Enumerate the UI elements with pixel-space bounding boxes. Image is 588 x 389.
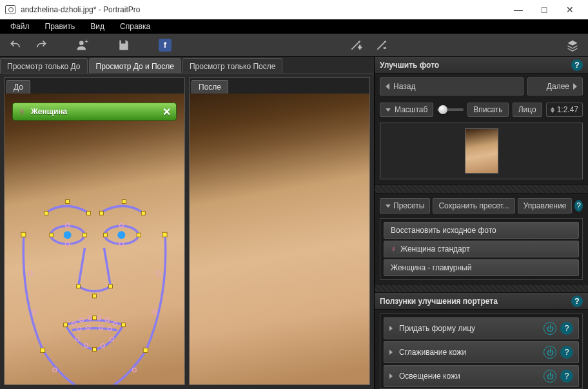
svg-text:-: - [384,44,386,51]
fit-button[interactable]: Вписать [467,103,508,117]
minimize-button[interactable]: — [505,0,531,19]
svg-point-0 [79,41,84,45]
svg-rect-12 [66,199,70,203]
after-label: После [191,80,228,94]
female-icon: ♀ [391,244,397,254]
save-button[interactable] [115,36,133,54]
slider-label: Придать форму лицу [399,324,544,333]
face-button[interactable]: Лицо [513,103,542,117]
zoom-slider-thumb[interactable] [438,105,447,114]
svg-rect-22 [108,284,112,288]
slider-skin-smoothing[interactable]: Сглаживание кожи ⏻ ? [384,341,579,363]
svg-text:+: + [358,44,362,51]
presets-label: Пресеты [393,201,424,210]
main-toolbar: + f + - [0,34,588,57]
brush-plus-button[interactable]: + [347,36,365,54]
sliders-help-icon[interactable]: ? [571,295,583,307]
zoom-step-down[interactable] [551,110,554,113]
face-thumbnail[interactable] [465,128,498,174]
before-image-canvas[interactable]: ♀ Женщина ✕ [5,94,184,384]
tab-before-only[interactable]: Просмотр только До [0,58,88,73]
chevron-down-icon [386,108,391,112]
svg-rect-26 [93,316,97,320]
save-preset-button[interactable]: Сохранить пресет... [433,198,514,214]
expand-icon [389,374,393,379]
svg-point-53 [117,231,125,239]
brush-minus-button[interactable]: - [373,36,391,54]
tab-before-after[interactable]: Просмотр До и После [89,58,181,73]
svg-rect-8 [41,348,45,353]
svg-rect-24 [64,323,68,327]
zoom-label: Масштаб [395,105,427,114]
svg-rect-13 [87,211,91,215]
thumbnail-strip [380,123,583,179]
slider-skin-lighting[interactable]: Освещение кожи ⏻ ? [384,365,579,387]
maximize-button[interactable]: □ [531,0,557,19]
facebook-button[interactable]: f [156,36,174,54]
window-title: andzhelina-dzholi.jpg* - PortraitPro [21,5,505,14]
expand-icon [389,326,393,331]
workspace-panel: Просмотр только До Просмотр До и После П… [0,57,374,389]
menu-file[interactable]: Файл [4,20,36,33]
svg-rect-16 [141,211,145,215]
arrow-left-icon [386,83,389,90]
svg-point-52 [64,231,72,239]
preset-std-label: Женщина стандарт [400,244,470,254]
zoom-slider[interactable] [437,108,464,111]
power-toggle[interactable]: ⏻ [544,346,556,359]
expand-icon [389,350,393,355]
resize-divider[interactable] [375,284,588,293]
power-toggle[interactable]: ⏻ [544,370,556,383]
zoom-dropdown[interactable]: Масштаб [380,103,433,117]
zoom-value-stepper[interactable]: 1:2.47 [546,103,583,117]
next-button[interactable]: Далее [527,77,583,95]
slider-face-shape[interactable]: Придать форму лицу ⏻ ? [384,317,579,339]
back-button[interactable]: Назад [380,77,524,95]
menu-edit[interactable]: Править [39,20,82,33]
add-person-button[interactable]: + [74,36,92,54]
preset-female-glamour[interactable]: Женщина - гламурный [384,259,579,276]
presets-dropdown[interactable]: Пресеты [380,198,430,214]
zoom-step-up[interactable] [551,107,554,110]
enhance-help-icon[interactable]: ? [571,59,583,71]
undo-button[interactable] [6,36,24,54]
help-icon[interactable]: ? [560,370,573,383]
svg-point-48 [53,368,57,372]
menu-view[interactable]: Вид [84,20,111,33]
view-tabs: Просмотр только До Просмотр До и После П… [0,57,374,74]
tab-after-only[interactable]: Просмотр только После [182,58,283,73]
layers-button[interactable] [564,36,582,54]
preset-female-standard[interactable]: ♀Женщина стандарт [384,241,579,257]
svg-rect-9 [143,348,148,353]
svg-rect-25 [121,323,125,327]
redo-button[interactable] [32,36,50,54]
presets-help-icon[interactable]: ? [574,200,583,212]
resize-divider[interactable] [375,185,588,194]
before-label: До [6,80,30,94]
svg-rect-15 [122,199,126,203]
close-button[interactable]: ✕ [557,0,583,19]
svg-rect-11 [44,211,48,215]
svg-rect-21 [77,284,81,288]
svg-point-46 [28,272,32,275]
face-landmark-overlay[interactable] [5,94,184,384]
help-icon[interactable]: ? [560,346,573,359]
next-label: Далее [547,82,569,91]
window-titlebar: andzhelina-dzholi.jpg* - PortraitPro — □… [0,0,588,19]
power-toggle[interactable]: ⏻ [544,322,556,335]
svg-text:+: + [84,39,88,45]
manage-presets-button[interactable]: Управление [518,198,573,214]
zoom-value-text: 1:2.47 [557,105,578,114]
preset-restore-original[interactable]: Восстановить исходное фото [384,222,579,239]
svg-rect-23 [93,294,97,298]
menu-help[interactable]: Справка [113,20,157,33]
svg-rect-17 [50,233,54,237]
after-image-canvas[interactable] [190,94,369,384]
help-icon[interactable]: ? [560,322,573,335]
arrow-right-icon [573,83,577,90]
svg-rect-20 [137,233,141,237]
svg-rect-7 [162,232,167,237]
enhance-photo-title: Улучшить фото [380,61,439,70]
after-image-panel: После [189,77,370,385]
svg-point-49 [157,272,161,275]
